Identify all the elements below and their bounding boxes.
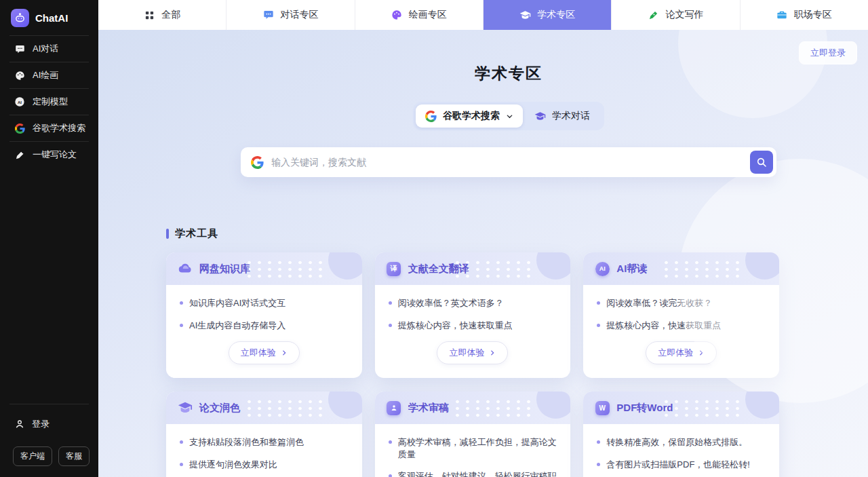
pen-icon (648, 9, 659, 21)
section-header: 学术工具 (166, 227, 779, 240)
palette-icon (14, 70, 25, 81)
bullet-dot (389, 324, 392, 327)
tab-all[interactable]: 全部 (98, 0, 226, 30)
toggle-alt-label: 学术对话 (552, 110, 590, 122)
sidebar-item-ai-paint[interactable]: AI绘画 (0, 62, 98, 88)
sidebar-item-google-scholar[interactable]: 谷歌学术搜索 (0, 115, 98, 141)
chevron-right-icon (698, 349, 705, 356)
card-ai-reading[interactable]: AI AI帮读 阅读效率低？读完无收获？ 提炼核心内容，快速获取重点 立即体验 (583, 252, 779, 378)
card-paper-polishing[interactable]: 论文润色 支持粘贴段落润色和整篇润色 提供逐句润色效果对比 立即体验 (166, 392, 362, 477)
dot-pattern-decoration (452, 398, 531, 419)
ai-read-icon: AI (595, 261, 610, 276)
card-title: 文献全文翻译 (408, 263, 469, 275)
hero-section: 学术专区 谷歌学术搜索 学术对话 (241, 30, 776, 177)
reviewer-icon (387, 400, 401, 415)
app-title: ChatAI (35, 12, 68, 24)
card-header: AI AI帮读 (583, 252, 779, 285)
section-accent-bar (166, 229, 169, 239)
try-now-button[interactable]: 立即体验 (437, 341, 508, 364)
tab-paint-zone[interactable]: 绘画专区 (355, 0, 484, 30)
card-cloud-knowledge-base[interactable]: 网盘知识库 知识库内容AI对话式交互 AI生成内容自动存储导入 立即体验 (166, 252, 362, 378)
toggle-selected-label: 谷歌学术搜索 (443, 110, 500, 122)
bullet-dot (597, 440, 600, 444)
circle-decoration (328, 252, 362, 280)
feature-bullet: 高校学术审稿，减轻工作负担，提高论文质量 (389, 436, 557, 460)
sidebar-item-custom-model[interactable]: AI 定制模型 (0, 89, 98, 115)
try-now-button[interactable]: 立即体验 (646, 341, 717, 364)
top-tabbar: 全部 对话专区 绘画专区 学术专区 论文写作 (98, 0, 868, 30)
sidebar-login[interactable]: 登录 (0, 404, 98, 430)
bullet-dot (180, 324, 183, 327)
card-title: 学术审稿 (408, 402, 449, 415)
feature-bullet: 知识库内容AI对话式交互 (180, 297, 349, 309)
feature-bullet: 提供逐句润色效果对比 (180, 459, 349, 471)
card-title: 网盘知识库 (199, 263, 250, 275)
bullet-dot (180, 463, 183, 466)
search-input[interactable] (271, 157, 750, 168)
login-now-button[interactable]: 立即登录 (799, 41, 857, 64)
chat-bubble-icon (262, 9, 274, 21)
tab-label: 全部 (161, 9, 180, 21)
tab-label: 职场专区 (794, 9, 832, 21)
card-fulltext-translation[interactable]: 译 文献全文翻译 阅读效率低？英文术语多？ 提炼核心内容，快速获取重点 立即体验 (375, 252, 571, 378)
feature-bullet: 阅读效率低？读完无收获？ (597, 297, 766, 309)
palette-icon (391, 9, 403, 21)
google-icon (425, 111, 437, 122)
feature-bullet: 转换精准高效，保留原始格式排版。 (597, 436, 766, 449)
source-toggle: 谷歌学术搜索 学术对话 (413, 102, 604, 130)
bullet-dot (597, 324, 600, 327)
svg-text:AI: AI (18, 100, 22, 104)
app-logo[interactable]: ChatAI (0, 0, 98, 35)
feature-bullet: 支持粘贴段落润色和整篇润色 (180, 436, 349, 449)
try-now-button[interactable]: 立即体验 (229, 341, 300, 364)
tab-label: 对话专区 (280, 9, 318, 21)
sidebar-item-ai-chat[interactable]: AI对话 (0, 36, 98, 62)
ai-model-icon: AI (14, 96, 25, 107)
card-pdf-to-word[interactable]: W PDF转Word 转换精准高效，保留原始格式排版。 含有图片或扫描版PDF，… (583, 392, 779, 477)
bullet-dot (180, 440, 183, 444)
content-area: 立即登录 学术专区 谷歌学术搜索 学术对话 (98, 30, 868, 477)
toggle-option-google-scholar[interactable]: 谷歌学术搜索 (416, 104, 523, 128)
sidebar-item-label: 一键写论文 (33, 149, 77, 161)
tool-cards-grid: 网盘知识库 知识库内容AI对话式交互 AI生成内容自动存储导入 立即体验 (166, 252, 779, 477)
chat-icon (14, 43, 25, 54)
feature-bullet: AI生成内容自动存储导入 (180, 320, 349, 332)
search-bar (241, 147, 776, 177)
feature-bullet: 客观评估，针对性建议，轻松履行审稿职责 (389, 470, 557, 477)
circle-decoration (745, 252, 779, 280)
dot-pattern-decoration (244, 398, 323, 419)
google-icon (14, 123, 25, 134)
feature-bullet: 阅读效率低？英文术语多？ (389, 297, 557, 309)
customer-service-button[interactable]: 客服 (58, 446, 90, 466)
write-pen-icon (14, 149, 25, 160)
search-button[interactable] (750, 151, 773, 174)
card-header: 网盘知识库 (166, 252, 362, 285)
card-header: 学术审稿 (375, 392, 571, 424)
cloud-icon (178, 261, 193, 276)
feature-bullet: 提炼核心内容，快速获取重点 (597, 320, 766, 332)
client-app-button[interactable]: 客户端 (13, 446, 52, 466)
tab-paper-writing[interactable]: 论文写作 (612, 0, 740, 30)
tab-academic-zone[interactable]: 学术专区 (484, 0, 612, 30)
bullet-dot (180, 301, 183, 305)
main-column: 全部 对话专区 绘画专区 学术专区 论文写作 (98, 0, 868, 477)
graduation-cap-icon (534, 111, 546, 122)
tab-workplace-zone[interactable]: 职场专区 (741, 0, 868, 30)
login-label: 登录 (32, 418, 50, 430)
card-title: PDF转Word (616, 402, 673, 415)
briefcase-icon (776, 9, 788, 21)
card-header: 论文润色 (166, 392, 362, 424)
tab-chat-zone[interactable]: 对话专区 (226, 0, 355, 30)
feature-bullet: 提炼核心内容，快速获取重点 (389, 320, 557, 332)
sidebar-item-label: AI对话 (33, 43, 58, 55)
card-body: 高校学术审稿，减轻工作负担，提高论文质量 客观评估，针对性建议，轻松履行审稿职责… (375, 424, 571, 477)
tab-label: 论文写作 (665, 9, 703, 21)
sidebar-item-label: 定制模型 (33, 96, 68, 108)
bullet-dot (597, 301, 600, 305)
search-icon (756, 157, 767, 168)
translate-icon: 译 (387, 261, 401, 276)
sidebar-item-write-paper[interactable]: 一键写论文 (0, 142, 98, 168)
card-academic-review[interactable]: 学术审稿 高校学术审稿，减轻工作负担，提高论文质量 客观评估，针对性建议，轻松履… (375, 392, 571, 477)
toggle-option-academic-chat[interactable]: 学术对话 (523, 104, 601, 128)
dot-pattern-decoration (661, 259, 740, 280)
